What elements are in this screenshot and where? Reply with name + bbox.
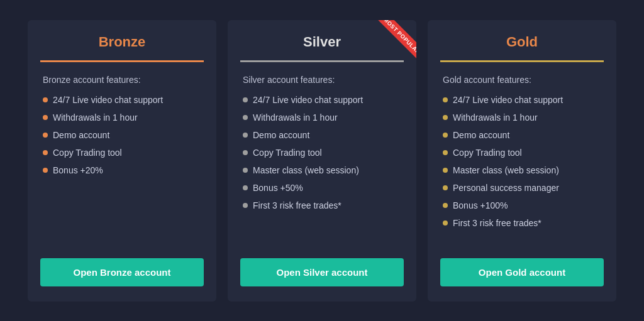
feature-text: Withdrawals in 1 hour	[53, 112, 138, 122]
pricing-card-bronze: BronzeBronze account features:24/7 Live …	[28, 20, 216, 302]
bullet-icon	[243, 185, 248, 190]
bullet-icon	[43, 133, 48, 138]
bronze-footer: Open Bronze account	[28, 248, 216, 302]
open-bronze-account-button[interactable]: Open Bronze account	[40, 258, 204, 286]
list-item: Master class (web session)	[443, 165, 601, 175]
list-item: Bonus +20%	[43, 165, 201, 175]
gold-header: Gold	[428, 20, 616, 60]
list-item: Master class (web session)	[243, 165, 401, 175]
list-item: 24/7 Live video chat support	[443, 95, 601, 105]
bullet-icon	[243, 97, 248, 102]
bronze-feature-list: 24/7 Live video chat supportWithdrawals …	[43, 95, 201, 175]
bullet-icon	[243, 133, 248, 138]
list-item: Bonus +100%	[443, 200, 601, 210]
bullet-icon	[43, 97, 48, 102]
silver-footer: Open Silver account	[228, 248, 416, 302]
bullet-icon	[243, 203, 248, 208]
list-item: 24/7 Live video chat support	[43, 95, 201, 105]
list-item: Personal success manager	[443, 183, 601, 193]
feature-text: Demo account	[53, 130, 109, 140]
bullet-icon	[43, 150, 48, 155]
feature-text: Bonus +20%	[53, 165, 103, 175]
bullet-icon	[443, 185, 448, 190]
silver-title: Silver	[240, 34, 404, 50]
silver-features-label: Silver account features:	[243, 75, 401, 85]
list-item: Demo account	[43, 130, 201, 140]
gold-features-label: Gold account features:	[443, 75, 601, 85]
feature-text: Master class (web session)	[253, 165, 359, 175]
bullet-icon	[43, 168, 48, 173]
feature-text: Personal success manager	[453, 183, 559, 193]
list-item: Withdrawals in 1 hour	[443, 112, 601, 122]
gold-body: Gold account features:24/7 Live video ch…	[428, 62, 616, 248]
list-item: First 3 risk free trades*	[243, 200, 401, 210]
pricing-card-gold: GoldGold account features:24/7 Live vide…	[428, 20, 616, 302]
list-item: 24/7 Live video chat support	[243, 95, 401, 105]
silver-body: Silver account features:24/7 Live video …	[228, 62, 416, 248]
list-item: Copy Trading tool	[43, 148, 201, 158]
list-item: Demo account	[243, 130, 401, 140]
bullet-icon	[443, 203, 448, 208]
list-item: Withdrawals in 1 hour	[243, 112, 401, 122]
feature-text: Copy Trading tool	[453, 148, 522, 158]
bullet-icon	[43, 115, 48, 120]
list-item: Copy Trading tool	[243, 148, 401, 158]
feature-text: Withdrawals in 1 hour	[453, 112, 538, 122]
bullet-icon	[243, 168, 248, 173]
bullet-icon	[443, 133, 448, 138]
bronze-title: Bronze	[40, 34, 204, 50]
silver-feature-list: 24/7 Live video chat supportWithdrawals …	[243, 95, 401, 210]
feature-text: First 3 risk free trades*	[453, 218, 541, 228]
feature-text: Master class (web session)	[453, 165, 559, 175]
gold-title: Gold	[440, 34, 604, 50]
gold-feature-list: 24/7 Live video chat supportWithdrawals …	[443, 95, 601, 228]
open-silver-account-button[interactable]: Open Silver account	[240, 258, 404, 286]
feature-text: Demo account	[453, 130, 509, 140]
feature-text: Bonus +100%	[453, 200, 508, 210]
list-item: Withdrawals in 1 hour	[43, 112, 201, 122]
feature-text: 24/7 Live video chat support	[53, 95, 163, 105]
open-gold-account-button[interactable]: Open Gold account	[440, 258, 604, 286]
list-item: Demo account	[443, 130, 601, 140]
bullet-icon	[443, 220, 448, 226]
list-item: Copy Trading tool	[443, 148, 601, 158]
bullet-icon	[243, 115, 248, 120]
pricing-container: BronzeBronze account features:24/7 Live …	[0, 8, 644, 314]
feature-text: Bonus +50%	[253, 183, 303, 193]
bullet-icon	[443, 168, 448, 173]
gold-footer: Open Gold account	[428, 248, 616, 302]
bronze-header: Bronze	[28, 20, 216, 60]
feature-text: 24/7 Live video chat support	[453, 95, 563, 105]
bullet-icon	[243, 150, 248, 155]
bullet-icon	[443, 97, 448, 102]
bronze-body: Bronze account features:24/7 Live video …	[28, 62, 216, 248]
bullet-icon	[443, 115, 448, 120]
list-item: Bonus +50%	[243, 183, 401, 193]
list-item: First 3 risk free trades*	[443, 218, 601, 228]
feature-text: Copy Trading tool	[253, 148, 322, 158]
feature-text: Demo account	[253, 130, 309, 140]
feature-text: 24/7 Live video chat support	[253, 95, 363, 105]
feature-text: First 3 risk free trades*	[253, 200, 341, 210]
bronze-features-label: Bronze account features:	[43, 75, 201, 85]
silver-header: Silver	[228, 20, 416, 60]
feature-text: Withdrawals in 1 hour	[253, 112, 338, 122]
pricing-card-silver: MOST POPULARSilverSilver account feature…	[228, 20, 416, 302]
feature-text: Copy Trading tool	[53, 148, 122, 158]
bullet-icon	[443, 150, 448, 155]
